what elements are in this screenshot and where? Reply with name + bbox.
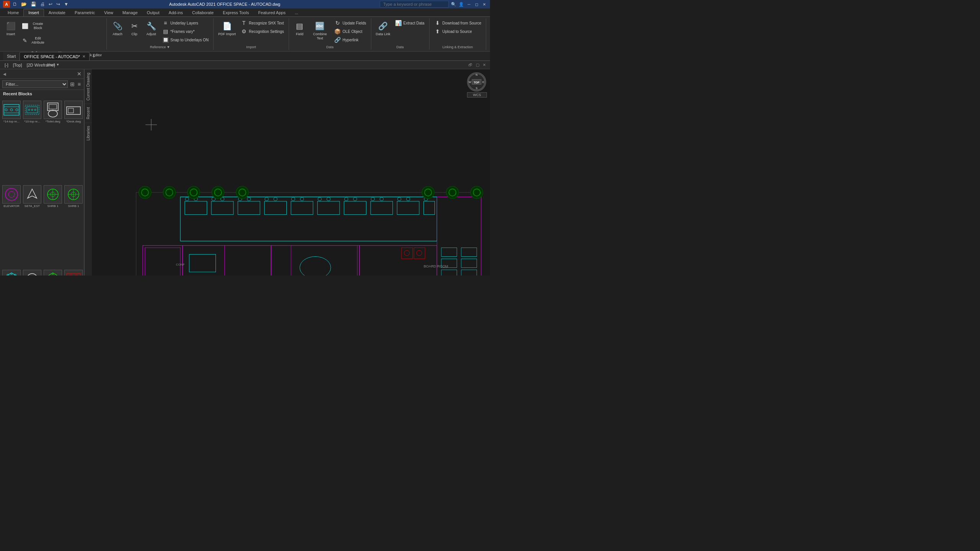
combine-text-button[interactable]: 🔤 Combine Text (309, 19, 331, 41)
edit-attribute-button[interactable]: ✎ Edit Attribute (20, 34, 103, 47)
block-item-seta[interactable]: SETA_EST (22, 184, 42, 267)
set-location-button[interactable]: 📍 Set Location (489, 19, 490, 41)
block-item-stool[interactable]: stool (22, 268, 42, 276)
viewport-restore-btn[interactable]: 🗗 (468, 62, 473, 68)
svg-rect-15 (68, 108, 74, 113)
tab-home[interactable]: Home (3, 9, 23, 16)
side-tab-current-drawing[interactable]: Current Drawing (85, 69, 91, 104)
block-item-14top[interactable]: *14-top re... (2, 99, 21, 183)
svg-text:W: W (469, 80, 471, 84)
insert-button[interactable]: ⬛ Insert (3, 19, 18, 37)
qat-new[interactable]: 🗋 (11, 1, 18, 7)
panel-view-toggle[interactable]: ⊞ (69, 80, 75, 88)
tab-featured[interactable]: Featured Apps (253, 9, 290, 16)
svg-point-8 (28, 109, 30, 111)
blocks-panel-close[interactable]: ✕ (77, 71, 82, 77)
block-item-elevator[interactable]: ELEVATOR (2, 184, 21, 267)
tab-express[interactable]: Express Tools (218, 9, 253, 16)
tab-output[interactable]: Output (142, 9, 164, 16)
minimize-button[interactable]: ─ (466, 2, 472, 7)
qat-save[interactable]: 💾 (29, 1, 38, 7)
block-name-desk: *Desk.dwg (66, 120, 81, 123)
viewport-close-btn[interactable]: ✕ (482, 62, 487, 68)
tab-more[interactable]: ... (290, 9, 303, 16)
ribbon-tabs: Home Insert Annotate Parametric View Man… (0, 8, 490, 17)
create-block-button[interactable]: ⬜ Create Block (20, 19, 103, 33)
clip-button[interactable]: ✂ Clip (127, 19, 142, 37)
side-tab-recent[interactable]: Recent (85, 104, 91, 122)
qat-plot[interactable]: 🖨 (39, 1, 46, 7)
tab-parametric[interactable]: Parametric (70, 9, 100, 16)
recognition-settings-button[interactable]: ⚙ Recognition Settings (239, 28, 286, 35)
floor-plan-svg: BOARD ROOM ELEVATORS RECEPTION STORAGE B… (92, 69, 490, 276)
update-fields-button[interactable]: ↻ Update Fields (333, 19, 368, 27)
adjust-button[interactable]: 🔧 Adjust (144, 19, 159, 37)
tab-manage[interactable]: Manage (118, 9, 142, 16)
frames-vary-button[interactable]: ▤ *Frames vary* (160, 28, 210, 35)
tab-collaborate[interactable]: Collaborate (188, 9, 218, 16)
viewport-wireframe[interactable]: [2D Wireframe] (25, 63, 57, 67)
viewport-maximize-btn[interactable]: ▢ (475, 62, 480, 68)
hyperlink-button[interactable]: 🔗 Hyperlink (333, 36, 368, 44)
clip-icon: ✂ (128, 20, 140, 32)
canvas-area[interactable]: BOARD ROOM ELEVATORS RECEPTION STORAGE B… (92, 69, 490, 276)
block-item-double1[interactable]: *Double... (64, 268, 83, 276)
svg-point-155 (188, 186, 200, 199)
underlay-layers-button[interactable]: ≡ Underlay Layers (160, 19, 210, 27)
download-source-button[interactable]: ⬇ Download from Source (433, 19, 483, 27)
block-item-8top[interactable]: 8-TOP (2, 268, 21, 276)
qat-open[interactable]: 📂 (20, 1, 28, 7)
block-item-shrb1b[interactable]: SHRB 1 (64, 184, 83, 267)
tab-annotate[interactable]: Annotate (44, 9, 70, 16)
ribbon-content: ⬛ Insert ⬜ Create Block ✎ Edit Attribute… (0, 17, 490, 51)
qat-redo[interactable]: ↪ (55, 1, 61, 7)
block-item-desk[interactable]: *Desk.dwg (64, 99, 83, 183)
viewport-top[interactable]: [Top] (11, 63, 24, 67)
snap-underlays-button[interactable]: 🔲 Snap to Underlays ON (160, 36, 210, 44)
search-icon[interactable]: 🔍 (451, 2, 456, 7)
restore-button[interactable]: ◻ (474, 2, 479, 7)
title-bar-left: A 🗋 📂 💾 🖨 ↩ ↪ ▼ (3, 1, 70, 8)
new-tab-button[interactable]: + (90, 52, 98, 60)
block-item-toilet[interactable]: *Toilet.dwg (43, 99, 63, 183)
extract-data-button[interactable]: 📊 Extract Data (394, 19, 426, 27)
panel-menu[interactable]: ≡ (77, 80, 82, 88)
recognize-shx-button[interactable]: T Recognize SHX Text (239, 19, 286, 27)
data-link-button[interactable]: 🔗 Data Link (374, 19, 392, 37)
tab-insert[interactable]: Insert (23, 9, 44, 16)
filter-dropdown[interactable]: Filter... (2, 80, 68, 88)
doc-tab-close[interactable]: ✕ (82, 54, 85, 59)
doc-tab-office[interactable]: OFFICE SPACE - AUTOCAD* ✕ (20, 52, 90, 60)
tab-addins[interactable]: Add-ins (164, 9, 188, 16)
attach-button[interactable]: 📎 Attach (110, 19, 125, 37)
qat-dropdown[interactable]: ▼ (63, 1, 70, 7)
recognition-settings-label: Recognition Settings (249, 29, 284, 34)
close-button[interactable]: ✕ (482, 2, 487, 7)
tab-view[interactable]: View (100, 9, 118, 16)
qat-undo[interactable]: ↩ (47, 1, 54, 7)
viewport-minus[interactable]: [-] (3, 63, 10, 67)
panel-nav-prev[interactable]: ◀ (2, 71, 7, 77)
user-icon[interactable]: 👤 (459, 2, 464, 7)
linking-group-items: ⬇ Download from Source ⬆ Upload to Sourc… (433, 19, 483, 44)
block-item-shrb1a[interactable]: SHRB 1 (43, 184, 63, 267)
block-item-10top[interactable]: *10-top re... (22, 99, 42, 183)
keyword-search[interactable] (380, 1, 449, 8)
block-item-tree[interactable]: Tree (43, 268, 63, 276)
insert-label: Insert (7, 32, 15, 36)
upload-source-button[interactable]: ⬆ Upload to Source (433, 28, 483, 35)
data-link-group-label: Data (397, 45, 404, 49)
block-name-10top: *10-top re... (24, 120, 40, 123)
ole-object-button[interactable]: 📦 OLE Object (333, 28, 368, 35)
data-group-label: Data (326, 45, 333, 49)
field-button[interactable]: ▤ Field (292, 19, 307, 37)
svg-point-16 (5, 188, 18, 201)
block-group-dropdown[interactable]: ▼ (56, 63, 60, 67)
blocks-panel-header: ◀ ✕ (0, 69, 84, 79)
field-label: Field (296, 32, 304, 36)
pdf-import-button[interactable]: 📄 PDF Import (217, 19, 237, 37)
side-tab-libraries[interactable]: Libraries (85, 122, 91, 143)
start-tab[interactable]: Start (3, 52, 20, 60)
block-name-seta: SETA_EST (24, 204, 40, 208)
reference-group-dropdown[interactable]: ▼ (167, 45, 170, 49)
